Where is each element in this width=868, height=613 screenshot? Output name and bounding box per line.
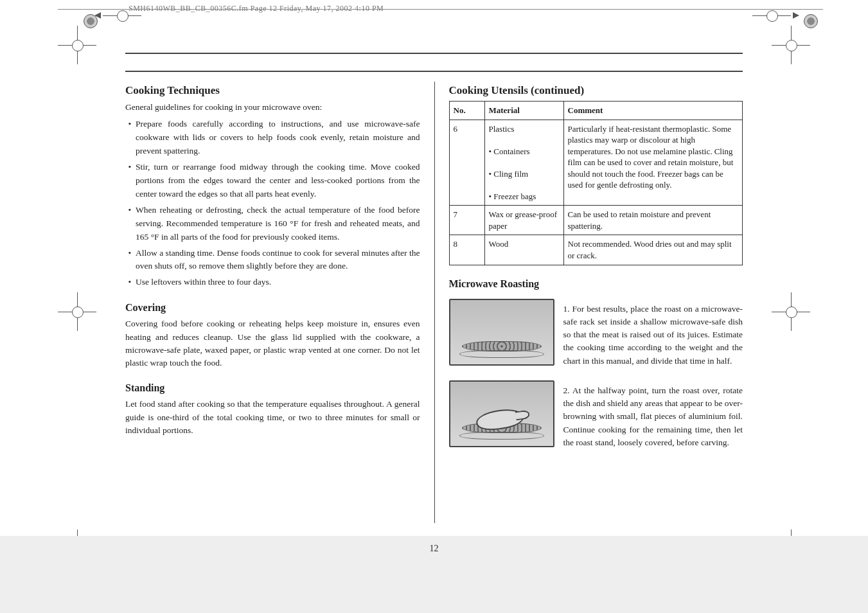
two-column-layout: Cooking Techniques General guidelines fo… bbox=[125, 82, 743, 523]
page-stamp: SMH6140WB_BB_CB_00356C.fm Page 12 Friday… bbox=[128, 4, 384, 13]
right-column: Cooking Utensils (continued) No. Materia… bbox=[434, 82, 743, 523]
subhead-standing: Standing bbox=[125, 382, 420, 394]
materials-table: No. Material Comment 6 Plastics • Contai… bbox=[449, 101, 743, 265]
top-rule-2 bbox=[125, 71, 743, 72]
cell-no: 6 bbox=[449, 120, 484, 206]
cell-mat: Wood bbox=[484, 235, 563, 265]
table-row: 6 Plastics • Containers • Cling film • F… bbox=[449, 120, 743, 206]
th-comment: Comment bbox=[563, 102, 743, 120]
roast-figure-2 bbox=[449, 380, 554, 447]
cell-com: Not recommended. Wood dries out and may … bbox=[563, 235, 743, 265]
cell-com: Particularly if heat-resistant thermopla… bbox=[563, 120, 743, 206]
table-row: 8 Wood Not recommended. Wood dries out a… bbox=[449, 235, 743, 265]
reg-mark-mr bbox=[772, 292, 810, 331]
cell-no: 7 bbox=[449, 206, 484, 235]
figure-row-2: 2. At the halfway point, turn the roast … bbox=[449, 380, 743, 453]
roast-figure-1 bbox=[449, 299, 554, 366]
left-intro: General guidelines for cooking in your m… bbox=[125, 101, 420, 114]
cell-no: 8 bbox=[449, 235, 484, 265]
list-item: When reheating or defrosting, check the … bbox=[136, 204, 420, 244]
page-number: 12 bbox=[430, 544, 439, 554]
standing-para: Let food stand after cooking so that the… bbox=[125, 398, 420, 437]
cell-mat: Plastics • Containers • Cling film • Fre… bbox=[484, 120, 563, 206]
subhead-roasting: Microwave Roasting bbox=[449, 278, 743, 290]
guideline-list: Prepare foods carefully according to ins… bbox=[125, 118, 420, 289]
list-item: Prepare foods carefully according to ins… bbox=[136, 118, 420, 158]
reg-mark-tl2 bbox=[58, 26, 96, 64]
subhead-covering: Covering bbox=[125, 302, 420, 314]
covering-para: Covering food before cooking or reheatin… bbox=[125, 317, 420, 369]
cell-mat: Wax or grease-proof paper bbox=[484, 206, 563, 235]
figure-1-caption: 1. For best results, place the roast on … bbox=[563, 303, 743, 368]
left-heading: Cooking Techniques bbox=[125, 84, 420, 97]
top-rule-1 bbox=[125, 53, 743, 54]
reg-mark-top-left-arrow bbox=[103, 0, 141, 35]
figure-2-caption: 2. At the halfway point, turn the roast … bbox=[563, 384, 743, 449]
list-item: Use leftovers within three to four days. bbox=[136, 276, 420, 289]
figure-row-1: 1. For best results, place the roast on … bbox=[449, 299, 743, 371]
th-material: Material bbox=[484, 102, 563, 120]
right-heading: Cooking Utensils (continued) bbox=[449, 84, 743, 97]
reg-mark-ml bbox=[58, 292, 96, 331]
reg-mark-tr2 bbox=[772, 26, 810, 64]
th-no: No. bbox=[449, 102, 484, 120]
table-row: 7 Wax or grease-proof paper Can be used … bbox=[449, 206, 743, 235]
list-item: Stir, turn or rearrange food midway thro… bbox=[136, 161, 420, 201]
left-column: Cooking Techniques General guidelines fo… bbox=[125, 82, 434, 523]
cell-com: Can be used to retain moisture and preve… bbox=[563, 206, 743, 235]
page-frame: Cooking Techniques General guidelines fo… bbox=[125, 53, 743, 523]
list-item: Allow a standing time. Dense foods conti… bbox=[136, 247, 420, 274]
